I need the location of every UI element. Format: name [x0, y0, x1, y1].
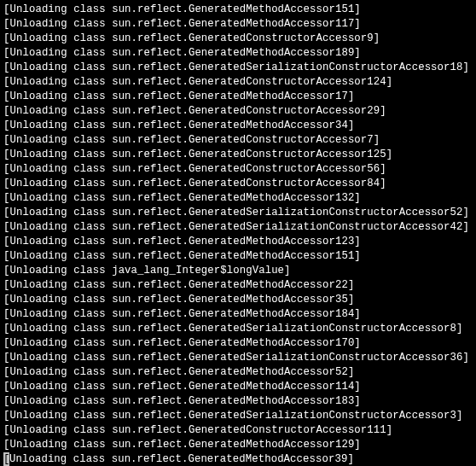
log-line: [Unloading class sun.reflect.GeneratedMe…: [3, 46, 473, 61]
log-line: [Unloading class sun.reflect.GeneratedMe…: [3, 394, 473, 409]
log-line: [Unloading class sun.reflect.GeneratedCo…: [3, 133, 473, 148]
log-line: [Unloading class sun.reflect.GeneratedMe…: [3, 293, 473, 307]
log-line: [Unloading class sun.reflect.GeneratedMe…: [3, 365, 473, 380]
log-line: [Unloading class sun.reflect.GeneratedCo…: [3, 162, 473, 177]
log-line: [Unloading class sun.reflect.GeneratedCo…: [3, 104, 473, 119]
log-line: [Unloading class sun.reflect.GeneratedMe…: [3, 90, 473, 104]
log-line: [Unloading class sun.reflect.GeneratedCo…: [3, 177, 473, 191]
log-line: [Unloading class sun.reflect.GeneratedCo…: [3, 148, 473, 162]
log-line: [Unloading class sun.reflect.GeneratedMe…: [3, 119, 473, 133]
log-line: [Unloading class sun.reflect.GeneratedSe…: [3, 206, 473, 220]
log-line-text: Unloading class sun.reflect.GeneratedMet…: [9, 453, 354, 465]
log-line: [Unloading class sun.reflect.GeneratedSe…: [3, 351, 473, 365]
log-line: [Unloading class sun.reflect.GeneratedMe…: [3, 249, 473, 264]
log-line: [Unloading class sun.reflect.GeneratedMe…: [3, 191, 473, 206]
cursor: [: [3, 452, 9, 466]
log-line: [Unloading class sun.reflect.GeneratedCo…: [3, 423, 473, 438]
log-line: [Unloading class sun.reflect.GeneratedMe…: [3, 336, 473, 351]
log-line: [Unloading class sun.reflect.GeneratedSe…: [3, 220, 473, 235]
log-line: [Unloading class sun.reflect.GeneratedMe…: [3, 17, 473, 32]
log-line-current: [Unloading class sun.reflect.GeneratedMe…: [3, 452, 473, 466]
log-line: [Unloading class sun.reflect.GeneratedMe…: [3, 438, 473, 452]
log-line: [Unloading class sun.reflect.GeneratedMe…: [3, 3, 473, 17]
log-line: [Unloading class sun.reflect.GeneratedCo…: [3, 75, 473, 90]
log-line: [Unloading class sun.reflect.GeneratedCo…: [3, 32, 473, 46]
log-line: [Unloading class sun.reflect.GeneratedSe…: [3, 409, 473, 423]
log-line: [Unloading class sun.reflect.GeneratedSe…: [3, 322, 473, 336]
log-line: [Unloading class sun.reflect.GeneratedMe…: [3, 380, 473, 394]
log-line: [Unloading class sun.reflect.GeneratedMe…: [3, 307, 473, 322]
log-line: [Unloading class sun.reflect.GeneratedSe…: [3, 61, 473, 75]
log-line: [Unloading class java_lang_Integer$longV…: [3, 264, 473, 278]
log-line: [Unloading class sun.reflect.GeneratedMe…: [3, 235, 473, 249]
terminal-output[interactable]: [Unloading class sun.reflect.GeneratedMe…: [0, 0, 476, 466]
log-line: [Unloading class sun.reflect.GeneratedMe…: [3, 278, 473, 293]
